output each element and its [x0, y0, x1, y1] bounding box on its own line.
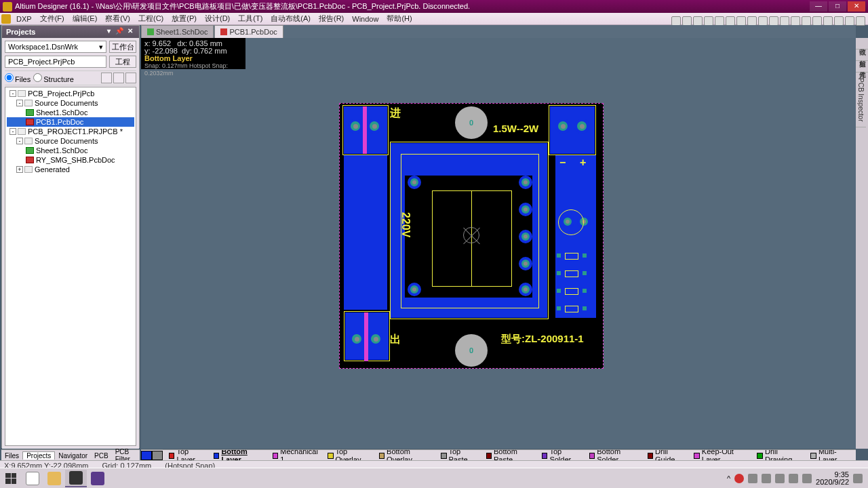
- tool-icon[interactable]: [758, 16, 768, 26]
- tree-expander[interactable]: -: [9, 128, 16, 135]
- layer-tab[interactable]: Top Layer: [165, 449, 210, 461]
- tree-expander[interactable]: -: [16, 138, 23, 144]
- panel-pin-icon[interactable]: 📌: [115, 27, 124, 37]
- dxp-icon[interactable]: [1, 14, 11, 24]
- tool-icon[interactable]: [845, 16, 854, 26]
- structure-radio[interactable]: Structure: [33, 73, 74, 83]
- tool-icon[interactable]: [747, 16, 757, 26]
- menu-design[interactable]: 设计(D): [201, 14, 234, 24]
- project-tree[interactable]: -PCB_Project.PrjPcb -Source Documents Sh…: [5, 87, 136, 446]
- tree-expander[interactable]: -: [9, 90, 16, 97]
- files-radio[interactable]: Files: [5, 73, 31, 83]
- tab-pcb1[interactable]: PCB1.PcbDoc: [214, 25, 283, 38]
- menu-edit[interactable]: 编辑(E): [68, 14, 102, 24]
- panel-close-icon[interactable]: ✕: [125, 27, 135, 37]
- taskbar-explorer[interactable]: [43, 470, 65, 487]
- tool-icon[interactable]: [726, 16, 735, 26]
- tree-doc[interactable]: RY_SMG_SHB.PcbDoc: [36, 156, 115, 164]
- tray-up-icon[interactable]: ^: [727, 474, 730, 483]
- clock[interactable]: 9:35 2020/9/22: [816, 471, 849, 486]
- tool-icon[interactable]: [769, 16, 778, 26]
- tray-icon[interactable]: [762, 474, 771, 483]
- right-tab[interactable]: 收藏: [856, 38, 868, 49]
- tool-icon[interactable]: [704, 16, 713, 26]
- tree-doc[interactable]: Sheet1.SchDoc: [36, 108, 87, 117]
- tool-icon[interactable]: [715, 16, 724, 26]
- panel-menu-icon[interactable]: ▾: [104, 27, 113, 37]
- layer-tab[interactable]: Keep-Out Layer: [690, 449, 753, 461]
- menu-dxp[interactable]: DXP: [12, 15, 36, 23]
- taskbar-altium[interactable]: [65, 470, 87, 487]
- tab-files[interactable]: Files: [1, 452, 22, 460]
- tree-doc-selected[interactable]: PCB1.PcbDoc: [36, 118, 83, 126]
- tray-ime-icon[interactable]: [802, 474, 812, 483]
- tree-expander[interactable]: -: [16, 100, 23, 106]
- tool-icon[interactable]: [693, 16, 703, 26]
- menu-view[interactable]: 察看(V): [101, 14, 134, 24]
- tree-folder[interactable]: Source Documents: [35, 137, 98, 145]
- tool-icon[interactable]: [736, 16, 746, 26]
- tray-network-icon[interactable]: [775, 474, 785, 483]
- minimize-button[interactable]: —: [810, 1, 827, 12]
- tool-icon[interactable]: [125, 73, 136, 83]
- tree-project[interactable]: PCB_PROJECT1.PRJPCB *: [28, 127, 123, 136]
- layer-tab[interactable]: Top Paste: [437, 449, 483, 461]
- tool-icon[interactable]: [780, 16, 789, 26]
- menu-window[interactable]: Window: [348, 15, 382, 23]
- tool-icon[interactable]: [856, 16, 865, 26]
- layer-swap[interactable]: [141, 451, 163, 460]
- tray-notifications-icon[interactable]: [853, 474, 863, 483]
- menu-autoroute[interactable]: 自动布线(A): [267, 14, 315, 24]
- layer-tab[interactable]: Bottom Solder: [586, 449, 644, 461]
- tab-projects[interactable]: Projects: [22, 451, 55, 460]
- taskbar-premiere[interactable]: [87, 470, 108, 487]
- menu-help[interactable]: 帮助(H): [382, 14, 416, 24]
- layer-tab[interactable]: Drill Guide: [644, 449, 691, 461]
- workbench-button[interactable]: 工作台: [109, 41, 136, 53]
- taskbar-search-icon[interactable]: [22, 470, 43, 487]
- tree-folder[interactable]: Source Documents: [35, 99, 98, 107]
- layer-tab[interactable]: Top Overlay: [324, 449, 376, 461]
- layer-tab[interactable]: Drill Drawing: [753, 449, 807, 461]
- tool-icon[interactable]: [791, 16, 800, 26]
- maximize-button[interactable]: □: [829, 1, 846, 12]
- menu-place[interactable]: 放置(P): [167, 14, 201, 24]
- tab-sheet1[interactable]: Sheet1.SchDoc: [141, 25, 214, 38]
- tray-icon[interactable]: [748, 474, 757, 483]
- right-tab[interactable]: 元件库: [856, 61, 868, 73]
- project-button[interactable]: 工程: [109, 56, 136, 68]
- workspace-select[interactable]: Workspace1.DsnWrk ▾: [5, 41, 106, 53]
- tool-icon[interactable]: [834, 16, 844, 26]
- menu-tools[interactable]: 工具(T): [234, 14, 267, 24]
- tool-icon[interactable]: [823, 16, 833, 26]
- layer-tab[interactable]: Bottom Layer: [210, 449, 269, 461]
- layer-tab[interactable]: Bottom Paste: [483, 449, 538, 461]
- close-button[interactable]: ✕: [848, 1, 865, 12]
- tree-doc[interactable]: Sheet1.SchDoc: [36, 146, 87, 155]
- tool-icon[interactable]: [802, 16, 811, 26]
- tool-icon[interactable]: [812, 16, 822, 26]
- tray-volume-icon[interactable]: [789, 474, 798, 483]
- layer-tab[interactable]: Top Solder: [538, 449, 586, 461]
- tool-icon[interactable]: [113, 73, 124, 83]
- tree-project[interactable]: PCB_Project.PrjPcb: [28, 89, 94, 98]
- tab-navigator[interactable]: Navigator: [55, 452, 91, 460]
- pcb-board[interactable]: 0 0 进 出 1.5W--2W 220V: [339, 103, 604, 369]
- layer-tab[interactable]: Mechanical 1: [269, 449, 324, 461]
- menu-file[interactable]: 文件(F): [36, 14, 68, 24]
- tool-icon[interactable]: [101, 73, 112, 83]
- right-tab[interactable]: PCB Inspector: [856, 73, 866, 127]
- tray-icon[interactable]: [734, 474, 744, 483]
- layer-tab[interactable]: Multi-Layer: [807, 449, 856, 461]
- menu-project[interactable]: 工程(C): [134, 14, 167, 24]
- tree-expander[interactable]: +: [16, 166, 23, 173]
- right-tab[interactable]: 剪贴板: [856, 49, 868, 61]
- menu-reports[interactable]: 报告(R): [315, 14, 348, 24]
- tool-icon[interactable]: [682, 16, 692, 26]
- tree-folder[interactable]: Generated: [35, 165, 70, 174]
- project-field[interactable]: PCB_Project.PrjPcb: [5, 56, 106, 68]
- layer-tab[interactable]: Bottom Overlay: [376, 449, 437, 461]
- start-button[interactable]: [0, 470, 22, 487]
- tab-pcb[interactable]: PCB: [91, 452, 112, 460]
- pcb-canvas[interactable]: x: 9.652 dx: 0.635 mm y: -22.098 dy: 0.7…: [141, 38, 856, 449]
